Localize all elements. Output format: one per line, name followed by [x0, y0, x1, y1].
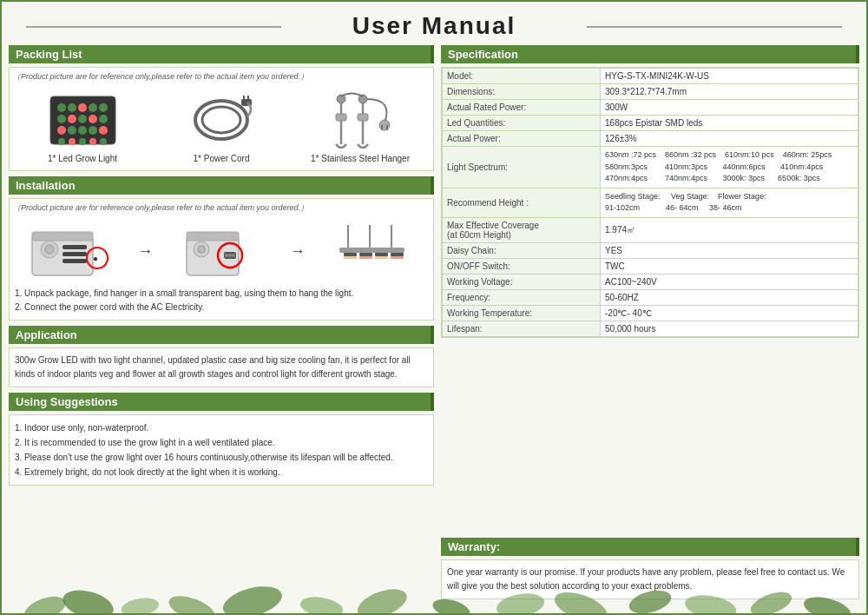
suggestion-3: 3. Please don't use the grow light over …	[15, 450, 428, 465]
using-suggestions-section: Using Suggestions 1. Indoor use only, no…	[9, 393, 434, 486]
svg-point-51	[228, 254, 232, 257]
install-step1-icon: ●	[28, 223, 110, 280]
power-cord-icon	[185, 92, 259, 149]
spec-row-daisy: Daisy Chain: YES	[443, 242, 858, 258]
hanger-img	[321, 89, 399, 150]
spec-value-model: HYG-S-TX-MINI24K-W-US	[601, 69, 858, 84]
spec-row-voltage: Working Voltage: AC100~240V	[443, 274, 858, 289]
spec-row-model: Model: HYG-S-TX-MINI24K-W-US	[443, 69, 858, 84]
spec-value-switch: TWC	[601, 258, 858, 274]
spec-label-actual-power: Actual Power:	[443, 131, 601, 147]
svg-rect-64	[391, 256, 404, 259]
led-grow-light-icon	[46, 92, 120, 149]
right-column: Specification Model: HYG-S-TX-MINI24K-W-…	[441, 45, 859, 599]
installation-header: Installation	[9, 176, 434, 195]
installation-steps: 1. Unpack package, find hanger in a smal…	[13, 285, 430, 316]
led-grow-light-img	[43, 89, 122, 150]
spec-row-switch: ON/OFF Switch: TWC	[443, 258, 858, 274]
spec-label-height: Recommend Height :	[443, 188, 601, 217]
left-column: Packing List （Product picture are for re…	[9, 45, 434, 599]
svg-point-16	[58, 138, 65, 145]
warranty-section: Warranty: One year warranty is our promi…	[441, 538, 859, 599]
packing-item-cord: 1* Power Cord	[152, 89, 291, 163]
install-arrow-1: →	[137, 242, 153, 261]
svg-point-32	[379, 120, 390, 130]
installation-note: （Product picture are for reference only,…	[13, 202, 430, 214]
svg-point-5	[99, 103, 108, 112]
warranty-text: One year warranty is our promise. If you…	[445, 564, 855, 595]
install-img-2	[178, 221, 265, 281]
specification-header: Specification	[441, 45, 859, 63]
spec-label-model: Model:	[443, 69, 601, 84]
install-img-3	[331, 221, 418, 281]
spec-row-actual-power: Actual Power: 126±3%	[443, 131, 858, 147]
svg-point-14	[89, 126, 97, 135]
spec-label-switch: ON/OFF Switch:	[443, 258, 601, 274]
suggestion-2: 2. It is recommended to use the grow lig…	[15, 435, 428, 450]
svg-point-12	[68, 126, 76, 135]
svg-point-50	[225, 254, 228, 257]
application-section: Application 300w Grow LED with two light…	[9, 326, 434, 387]
packing-item-cord-label: 1* Power Cord	[152, 154, 291, 163]
spec-label-rated-power: Actual Rated Power:	[443, 100, 601, 116]
svg-rect-58	[359, 253, 372, 256]
spec-label-daisy: Daisy Chain:	[443, 242, 601, 258]
specification-box: Model: HYG-S-TX-MINI24K-W-US Dimensions:…	[441, 67, 859, 338]
svg-rect-27	[336, 114, 346, 121]
spec-value-rated-power: 300W	[601, 100, 858, 116]
packing-list-section: Packing List （Product picture are for re…	[9, 45, 434, 171]
svg-point-11	[57, 126, 66, 135]
svg-point-7	[68, 115, 76, 123]
svg-point-52	[232, 254, 235, 257]
install-step-2: 2. Connect the power cord with the AC El…	[15, 301, 428, 314]
spec-row-coverage: Max Effective Coverage (at 60cm Height) …	[443, 217, 858, 242]
install-step3-icon	[335, 223, 413, 280]
spec-row-lifespan: Lifespan: 50,000 hours	[443, 321, 858, 336]
spec-value-daisy: YES	[601, 242, 858, 258]
svg-point-10	[99, 115, 108, 123]
svg-point-19	[89, 138, 96, 145]
install-arrow-2: →	[290, 242, 306, 261]
spec-row-dimensions: Dimensions: 309.3*212.7*74.7mm	[443, 84, 858, 100]
packing-list-box: （Product picture are for reference only,…	[9, 67, 434, 171]
spec-label-voltage: Working Voltage:	[443, 274, 601, 289]
svg-point-13	[78, 126, 87, 135]
spec-value-actual-power: 126±3%	[601, 131, 858, 147]
svg-rect-61	[344, 256, 357, 259]
spec-row-rated-power: Actual Rated Power: 300W	[443, 100, 858, 116]
svg-point-47	[198, 246, 205, 253]
svg-point-18	[79, 138, 86, 145]
svg-rect-45	[187, 232, 239, 241]
application-header: Application	[9, 326, 434, 344]
spec-label-light-spectrum: Light Spectrum:	[443, 147, 601, 188]
application-text: 300w Grow LED with two light channel, up…	[13, 352, 430, 383]
svg-rect-62	[359, 256, 372, 259]
specification-section: Specification Model: HYG-S-TX-MINI24K-W-…	[441, 45, 859, 532]
svg-rect-39	[62, 245, 87, 249]
spec-value-light-spectrum: 630nm :72 pcs 860nm :32 pcs 610nm:10 pcs…	[601, 147, 858, 188]
spec-value-frequency: 50-60HZ	[601, 289, 858, 305]
svg-point-1	[57, 103, 66, 112]
packing-list-header: Packing List	[9, 45, 434, 63]
suggestion-1: 1. Indoor use only, non-waterproof.	[15, 420, 428, 435]
svg-point-4	[89, 103, 97, 112]
svg-point-22	[202, 107, 240, 133]
svg-text:●: ●	[93, 254, 98, 263]
power-cord-img	[182, 89, 260, 150]
spec-label-lifespan: Lifespan:	[443, 321, 601, 336]
spec-label-temperature: Working Temperature:	[443, 305, 601, 321]
installation-box: （Product picture are for reference only,…	[9, 198, 434, 321]
packing-note: （Product picture are for reference only,…	[13, 71, 430, 83]
svg-rect-36	[32, 232, 93, 241]
packing-item-led-label: 1* Led Grow Light	[13, 154, 152, 163]
packing-item-hanger: 1* Stainless Steel Hanger	[291, 89, 430, 163]
packing-items: 1* Led Grow Light	[13, 86, 430, 167]
using-suggestions-box: 1. Indoor use only, non-waterproof. 2. I…	[9, 414, 434, 486]
suggestion-4: 4. Extremely bright, do not look directl…	[15, 465, 428, 479]
suggestions-list: 1. Indoor use only, non-waterproof. 2. I…	[13, 419, 430, 481]
spec-label-coverage: Max Effective Coverage (at 60cm Height)	[443, 217, 601, 242]
page: User Manual Packing List （Product pictur…	[0, 0, 868, 615]
hanger-icon	[324, 92, 398, 149]
spec-row-light-spectrum: Light Spectrum: 630nm :72 pcs 860nm :32 …	[443, 147, 858, 188]
spec-value-coverage: 1.974㎡	[601, 217, 858, 242]
